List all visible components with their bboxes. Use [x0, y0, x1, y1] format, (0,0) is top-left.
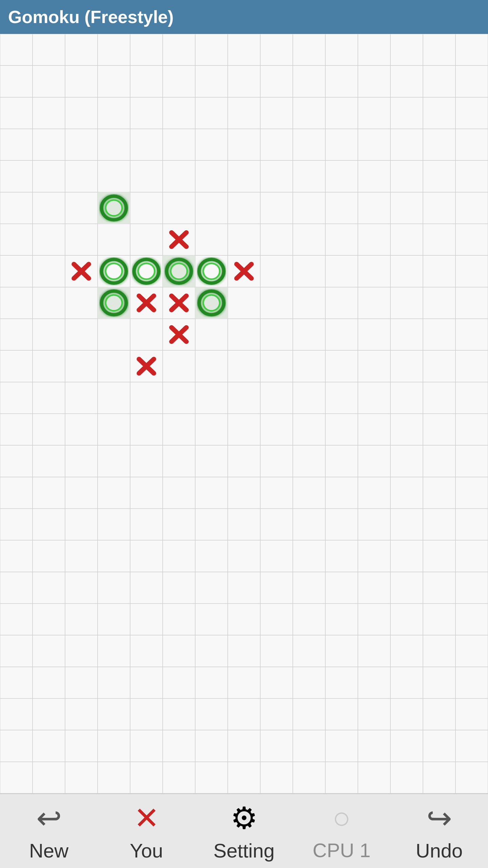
setting-button[interactable]: ⚙ Setting — [197, 793, 291, 868]
svg-point-49 — [106, 263, 122, 279]
grid-lines — [0, 34, 488, 793]
undo-label: Undo — [416, 839, 463, 862]
undo-icon: ↩ — [427, 800, 452, 836]
you-icon: ✕ — [134, 800, 159, 836]
cpu-button[interactable]: ○ CPU 1 — [294, 794, 389, 868]
setting-icon: ⚙ — [230, 800, 258, 836]
bottom-bar: ↩ New ✕ You ⚙ Setting ○ CPU 1 ↩ Undo — [0, 793, 488, 868]
setting-label: Setting — [214, 839, 275, 862]
you-button[interactable]: ✕ You — [99, 793, 194, 868]
new-icon: ↩ — [36, 800, 62, 836]
new-label: New — [29, 839, 68, 862]
svg-point-51 — [138, 263, 155, 279]
game-board[interactable] — [0, 34, 488, 793]
svg-point-56 — [203, 263, 220, 279]
undo-button[interactable]: ↩ Undo — [392, 793, 487, 868]
title-bar: Gomoku (Freestyle) — [0, 0, 488, 34]
game-area[interactable] — [0, 34, 488, 793]
you-label: You — [130, 839, 163, 862]
cpu-icon: ○ — [332, 801, 351, 835]
app-title: Gomoku (Freestyle) — [8, 7, 174, 27]
cpu-label: CPU 1 — [313, 839, 371, 862]
new-button[interactable]: ↩ New — [1, 793, 96, 868]
